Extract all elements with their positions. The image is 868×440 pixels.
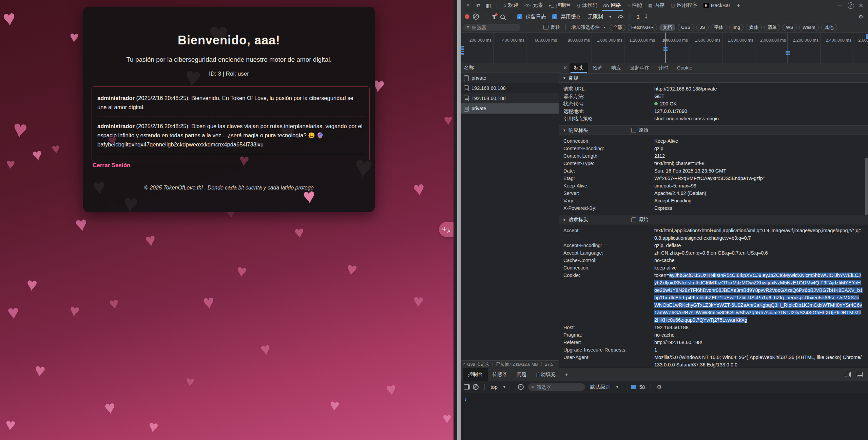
filter-pill-[interactable]: 媒体 bbox=[746, 24, 762, 31]
tab-sources[interactable]: {}源代码 bbox=[574, 0, 600, 11]
header-name: Host: bbox=[559, 324, 654, 331]
header-row: Keep-Alive:timeout=5, max=99 bbox=[559, 182, 868, 189]
tab-home[interactable]: ⌂欢迎 bbox=[500, 0, 521, 11]
details-tab-发起程序[interactable]: 发起程序 bbox=[625, 63, 654, 73]
filter-pill-[interactable]: 字体 bbox=[711, 24, 727, 31]
request-table-name-header[interactable]: 名称 bbox=[461, 63, 559, 73]
header-row: Server:Apache/2.4.62 (Debian) bbox=[559, 189, 868, 197]
import-har-icon[interactable]: ↥ bbox=[636, 14, 640, 20]
tab-elements[interactable]: </>元素 bbox=[521, 0, 546, 11]
details-tab-标头[interactable]: 标头 bbox=[570, 63, 588, 73]
console-settings-gear-icon[interactable]: ⚙ bbox=[657, 384, 661, 390]
console-filter-input[interactable] bbox=[536, 384, 581, 390]
details-tab-响应[interactable]: 响应 bbox=[607, 63, 625, 73]
request-row[interactable]: private bbox=[461, 73, 559, 83]
log-levels-select[interactable]: 默认级别 bbox=[590, 384, 611, 390]
request-row[interactable]: private bbox=[461, 103, 559, 114]
drawer-tab-自动填充[interactable]: 自动填充 bbox=[531, 368, 560, 381]
header-value: timeout=5, max=99 bbox=[654, 182, 868, 189]
raw-checkbox[interactable] bbox=[631, 217, 636, 222]
search-icon[interactable] bbox=[500, 15, 505, 19]
header-value: GET bbox=[654, 93, 868, 100]
header-name: 状态代码: bbox=[559, 100, 654, 107]
details-tab-cookie[interactable]: Cookie bbox=[673, 63, 697, 73]
more-filters-dropdown[interactable]: 增加筛选条件 ▾ bbox=[571, 24, 605, 31]
header-row: Cache-Control:no-cache bbox=[559, 257, 868, 264]
timeline-request-marker bbox=[786, 54, 790, 55]
logout-link[interactable]: Cerrar Sesión bbox=[93, 162, 131, 169]
export-har-icon[interactable]: ↧ bbox=[644, 14, 648, 20]
timeline-request-marker bbox=[461, 51, 464, 52]
status-clipped-text: 27.5 bbox=[545, 362, 553, 367]
request-row[interactable]: 192.168.60.188 bbox=[461, 93, 559, 103]
drawer-dock-icon[interactable] bbox=[857, 372, 863, 377]
tab-label: HackBar bbox=[711, 2, 731, 8]
filter-pill-js[interactable]: JS bbox=[696, 24, 709, 31]
tab-memory[interactable]: ▦内存 bbox=[645, 0, 668, 11]
disable-cache-checkbox[interactable]: ✓ bbox=[552, 14, 557, 19]
execution-context-select[interactable]: top bbox=[490, 384, 498, 390]
details-tab-计时[interactable]: 计时 bbox=[654, 63, 673, 73]
more-tools-button[interactable]: + bbox=[734, 2, 743, 9]
help-icon[interactable]: ? bbox=[848, 2, 854, 9]
devtools-resize-divider[interactable] bbox=[457, 0, 461, 440]
live-expression-eye-icon[interactable] bbox=[518, 384, 524, 390]
tab-label: 网络 bbox=[611, 2, 621, 8]
drawer-add-tab[interactable]: + bbox=[560, 368, 573, 381]
filter-pill-[interactable]: 全部 bbox=[610, 24, 625, 31]
network-overview-timeline[interactable]: 200,000 ms400,000 ms600,000 ms800,000 ms… bbox=[461, 33, 868, 63]
details-scrollbar-thumb[interactable] bbox=[865, 158, 868, 215]
disclosure-triangle-icon: ▼ bbox=[563, 218, 566, 222]
heart-icon: ♥ bbox=[144, 231, 157, 249]
general-section-header[interactable]: ▼常规 bbox=[559, 73, 868, 83]
network-filter-input[interactable] bbox=[471, 24, 517, 31]
tab-console[interactable]: ▸_控制台 bbox=[546, 0, 574, 11]
console-messages-bubble-icon[interactable] bbox=[631, 385, 636, 389]
filter-pill-wasm[interactable]: Wasm bbox=[799, 24, 819, 31]
filter-pill-ws[interactable]: WS bbox=[783, 24, 797, 31]
dock-side-icon[interactable]: ◧ bbox=[484, 1, 493, 10]
drawer-tab-控制台[interactable]: 控制台 bbox=[463, 368, 488, 381]
page-scrollbar-track[interactable] bbox=[454, 0, 457, 440]
resource-type-pills: 全部Fetch/XHR文档CSSJS字体Img媒体清单WSWasm其他 bbox=[610, 24, 837, 31]
console-prompt-chevron[interactable]: › bbox=[461, 393, 868, 402]
response-headers-section-header[interactable]: ▼响应标头原始 bbox=[559, 125, 868, 135]
document-icon bbox=[464, 75, 469, 81]
details-tab-预览[interactable]: 预览 bbox=[588, 63, 607, 73]
drawer-panel-icon[interactable] bbox=[845, 372, 851, 377]
heart-icon: ♥ bbox=[7, 302, 20, 323]
close-details-icon[interactable]: ✕ bbox=[561, 65, 570, 71]
filter-pill-[interactable]: 其他 bbox=[821, 24, 837, 31]
tab-network[interactable]: 网络 bbox=[600, 0, 624, 11]
request-headers-section-header[interactable]: ▼请求标头原始 bbox=[559, 215, 868, 224]
filter-pill-css[interactable]: CSS bbox=[678, 24, 694, 31]
tab-application[interactable]: ▢应用程序 bbox=[668, 0, 700, 11]
console-drawer: 控制台传感器问题自动填充+ top ▼ ≡ 默认级别 ▼ 58 ⚙ bbox=[461, 368, 868, 440]
devtools-menu-icon[interactable]: ⋯ bbox=[837, 2, 843, 9]
filter-pill-img[interactable]: Img bbox=[729, 24, 744, 31]
throttling-select[interactable]: 无限制 bbox=[588, 14, 603, 20]
preserve-log-checkbox[interactable]: ✓ bbox=[517, 14, 522, 19]
clear-console-icon[interactable] bbox=[473, 384, 479, 390]
console-sidebar-icon[interactable] bbox=[464, 384, 470, 389]
console-log-area[interactable]: › bbox=[461, 393, 868, 440]
filter-pill-fetchxhr[interactable]: Fetch/XHR bbox=[628, 24, 657, 31]
record-network-log-button[interactable] bbox=[465, 14, 469, 19]
translate-button[interactable]: 中 A bbox=[439, 222, 454, 237]
filter-pill-[interactable]: 文档 bbox=[659, 24, 675, 31]
tab-performance[interactable]: ◔性能 bbox=[624, 0, 645, 11]
request-row[interactable]: 192.168.60.188 bbox=[461, 83, 559, 93]
drawer-tab-问题[interactable]: 问题 bbox=[512, 368, 531, 381]
filter-funnel-icon[interactable] bbox=[491, 14, 497, 19]
network-conditions-icon[interactable] bbox=[618, 15, 623, 18]
drawer-tab-传感器[interactable]: 传感器 bbox=[488, 368, 512, 381]
tab-hackbar[interactable]: HHackBar bbox=[700, 0, 734, 11]
invert-checkbox[interactable] bbox=[543, 25, 548, 30]
raw-checkbox[interactable] bbox=[631, 128, 636, 133]
filter-pill-[interactable]: 清单 bbox=[764, 24, 780, 31]
clear-network-log-icon[interactable] bbox=[473, 14, 479, 20]
close-devtools-icon[interactable]: ✕ bbox=[859, 2, 863, 9]
inspect-element-icon[interactable]: ⌖ bbox=[463, 1, 473, 10]
device-toolbar-icon[interactable]: ⧉ bbox=[474, 1, 483, 10]
network-settings-gear-icon[interactable]: ⚙ bbox=[859, 14, 863, 20]
